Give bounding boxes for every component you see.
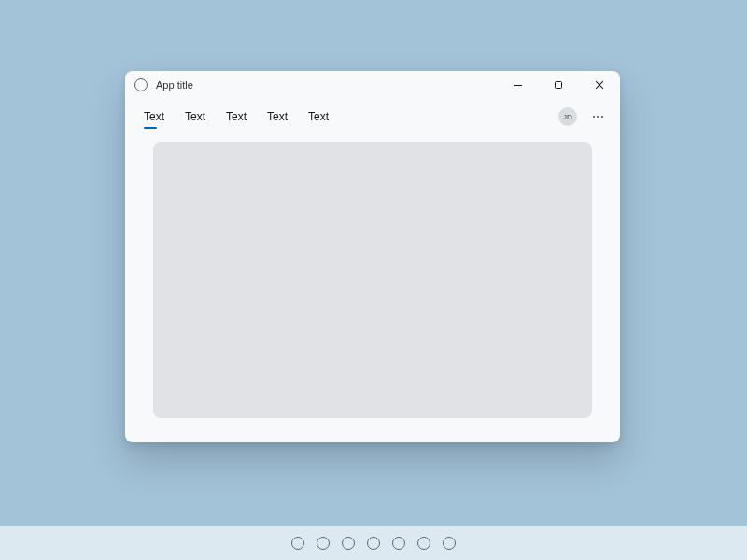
caption-controls	[497, 71, 620, 99]
tab-label: Text	[308, 110, 329, 123]
taskbar-item-3[interactable]	[367, 537, 380, 550]
tab-2[interactable]: Text	[217, 104, 258, 130]
tab-list: Text Text Text Text Text	[134, 104, 340, 130]
user-avatar[interactable]: JD	[558, 107, 577, 126]
tab-1[interactable]: Text	[176, 104, 217, 130]
maximize-icon	[555, 81, 562, 89]
content-area	[125, 134, 620, 442]
taskbar-item-0[interactable]	[291, 537, 304, 550]
more-button[interactable]	[586, 105, 609, 128]
taskbar	[0, 526, 747, 560]
ellipsis-icon	[593, 116, 595, 118]
taskbar-item-4[interactable]	[392, 537, 405, 550]
content-placeholder	[153, 142, 592, 418]
taskbar-item-6[interactable]	[443, 537, 456, 550]
ellipsis-icon	[601, 116, 603, 118]
tab-label: Text	[226, 110, 247, 123]
ellipsis-icon	[597, 116, 599, 118]
tab-label: Text	[144, 110, 164, 123]
taskbar-item-2[interactable]	[342, 537, 355, 550]
minimize-icon	[514, 85, 522, 86]
tab-label: Text	[267, 110, 288, 123]
maximize-button[interactable]	[538, 71, 579, 99]
minimize-button[interactable]	[497, 71, 538, 99]
tabbar-right: JD	[558, 105, 609, 128]
close-button[interactable]	[579, 71, 620, 99]
tab-bar: Text Text Text Text Text JD	[125, 99, 620, 134]
avatar-initials: JD	[563, 113, 572, 121]
taskbar-item-5[interactable]	[417, 537, 430, 550]
tab-3[interactable]: Text	[258, 104, 299, 130]
close-icon	[595, 80, 604, 90]
window-title: App title	[156, 79, 497, 91]
tab-label: Text	[185, 110, 205, 123]
tab-0[interactable]: Text	[134, 104, 176, 130]
app-window: App title Text Text Text Text Text JD	[125, 71, 620, 442]
titlebar: App title	[125, 71, 620, 99]
tab-4[interactable]: Text	[299, 104, 340, 130]
app-icon	[134, 78, 148, 91]
taskbar-item-1[interactable]	[317, 537, 330, 550]
